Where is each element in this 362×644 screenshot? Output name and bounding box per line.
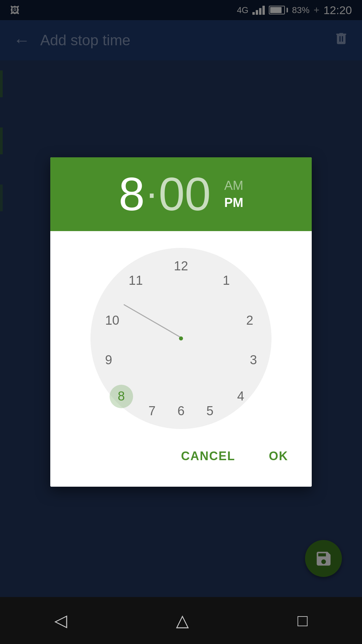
clock-num-12[interactable]: 12 bbox=[171, 256, 191, 276]
clock-num-10[interactable]: 10 bbox=[102, 310, 122, 330]
time-colon: · bbox=[146, 172, 157, 216]
clock-num-5[interactable]: 5 bbox=[200, 401, 220, 421]
clock-num-1[interactable]: 1 bbox=[216, 270, 236, 290]
cancel-button[interactable]: CANCEL bbox=[171, 442, 245, 470]
clock-num-9[interactable]: 9 bbox=[99, 350, 119, 370]
clock-center-dot bbox=[179, 336, 183, 340]
navigation-bar: ◁ △ □ bbox=[0, 597, 362, 644]
ok-button[interactable]: OK bbox=[259, 442, 298, 470]
time-picker-dialog: 8 · 00 AM PM 12 1 2 3 4 bbox=[50, 157, 312, 487]
back-nav-button[interactable]: ◁ bbox=[54, 611, 67, 630]
am-button[interactable]: AM bbox=[224, 178, 243, 193]
time-display: 8 · 00 bbox=[119, 171, 211, 218]
hours-display[interactable]: 8 bbox=[119, 171, 145, 218]
clock-num-8-selected[interactable]: 8 bbox=[110, 385, 133, 408]
clock-num-4[interactable]: 4 bbox=[231, 386, 251, 407]
clock-container: 12 1 2 3 4 5 6 7 8 9 bbox=[50, 231, 312, 436]
clock-num-2[interactable]: 2 bbox=[240, 310, 260, 330]
pm-button[interactable]: PM bbox=[224, 196, 243, 210]
recent-nav-button[interactable]: □ bbox=[297, 611, 307, 630]
ampm-selector: AM PM bbox=[224, 178, 243, 210]
dialog-actions: CANCEL OK bbox=[50, 436, 312, 487]
clock-hand bbox=[123, 304, 182, 338]
time-header: 8 · 00 AM PM bbox=[50, 157, 312, 231]
clock-face[interactable]: 12 1 2 3 4 5 6 7 8 9 bbox=[90, 248, 272, 429]
clock-num-11[interactable]: 11 bbox=[126, 270, 146, 290]
clock-num-8-label: 8 bbox=[118, 389, 125, 404]
clock-num-6[interactable]: 6 bbox=[171, 401, 191, 421]
home-nav-button[interactable]: △ bbox=[176, 611, 189, 630]
dialog-overlay: 8 · 00 AM PM 12 1 2 3 4 bbox=[0, 0, 362, 644]
clock-num-7[interactable]: 7 bbox=[142, 401, 162, 421]
minutes-display[interactable]: 00 bbox=[159, 171, 211, 218]
clock-num-3[interactable]: 3 bbox=[243, 350, 263, 370]
